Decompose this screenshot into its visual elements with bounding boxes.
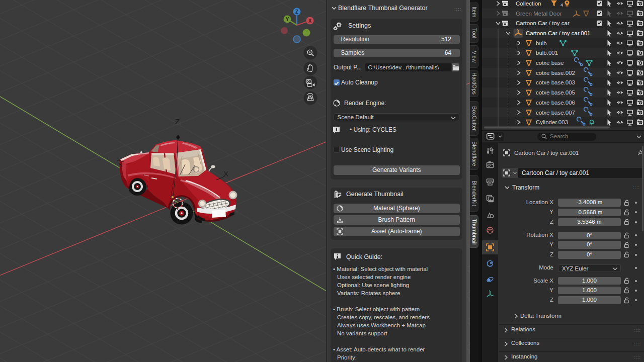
svg-text:cotxe base: cotxe base xyxy=(536,60,564,66)
svg-text:Cylinder.003: Cylinder.003 xyxy=(536,119,568,125)
svg-text:bulb.001: bulb.001 xyxy=(536,50,558,56)
svg-text:X: X xyxy=(308,18,312,24)
svg-text:bulb: bulb xyxy=(536,40,547,46)
svg-text:Cartoon Car / toy car: Cartoon Car / toy car xyxy=(516,20,570,26)
svg-text:Y: Y xyxy=(286,17,289,22)
svg-text:Collection: Collection xyxy=(516,1,541,7)
svg-text:Z: Z xyxy=(295,9,298,15)
svg-text:cotxe base.005: cotxe base.005 xyxy=(536,89,575,96)
svg-text:Z: Z xyxy=(175,117,180,126)
svg-text:Green Metal Door: Green Metal Door xyxy=(516,11,562,17)
svg-text:X: X xyxy=(223,169,228,178)
svg-text:4: 4 xyxy=(560,3,563,8)
svg-text:cotxe base.006: cotxe base.006 xyxy=(536,100,575,106)
svg-text:cotxe base.003: cotxe base.003 xyxy=(536,79,575,85)
svg-text:cotxe base.007: cotxe base.007 xyxy=(536,110,575,116)
svg-text:cotxe base.002: cotxe base.002 xyxy=(536,70,575,76)
svg-text:Cartoon Car / toy car.001: Cartoon Car / toy car.001 xyxy=(526,30,590,36)
